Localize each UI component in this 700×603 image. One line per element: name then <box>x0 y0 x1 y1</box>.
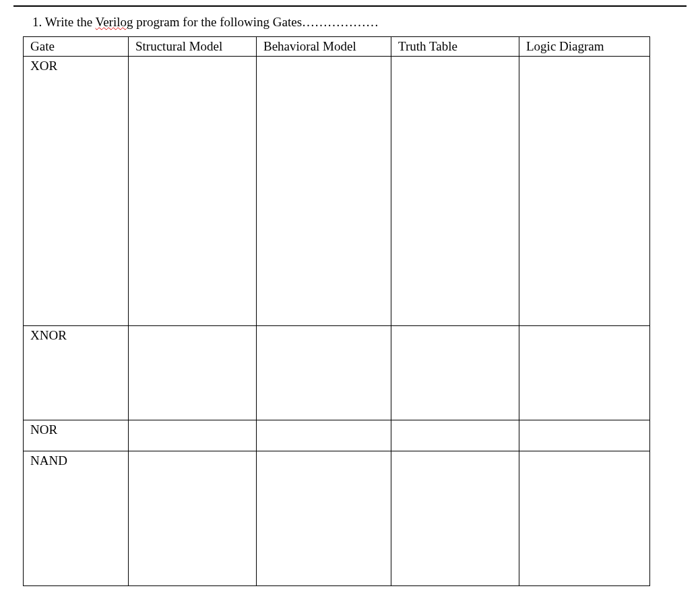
cell-diagram <box>519 451 650 586</box>
table-row: XNOR <box>24 326 650 420</box>
gates-table: Gate Structural Model Behavioral Model T… <box>23 36 650 586</box>
spellcheck-word: Verilog <box>96 15 133 29</box>
cell-gate: XNOR <box>24 326 129 420</box>
cell-truth <box>391 451 519 586</box>
cell-structural <box>129 420 257 451</box>
cell-behavioral <box>257 326 391 420</box>
prompt-text-before: Write the <box>42 15 95 29</box>
header-truth: Truth Table <box>391 37 519 57</box>
prompt-text-after: program for the following Gates……………… <box>133 15 379 29</box>
question-number: 1. <box>32 15 42 29</box>
cell-diagram <box>519 326 650 420</box>
cell-behavioral <box>257 57 391 326</box>
table-header-row: Gate Structural Model Behavioral Model T… <box>24 37 650 57</box>
cell-structural <box>129 451 257 586</box>
cell-gate: NAND <box>24 451 129 586</box>
cell-behavioral <box>257 451 391 586</box>
header-diagram: Logic Diagram <box>519 37 650 57</box>
cell-truth <box>391 420 519 451</box>
cell-behavioral <box>257 420 391 451</box>
cell-diagram <box>519 420 650 451</box>
header-gate: Gate <box>24 37 129 57</box>
header-behavioral: Behavioral Model <box>257 37 391 57</box>
table-row: NOR <box>24 420 650 451</box>
cell-diagram <box>519 57 650 326</box>
cell-gate: XOR <box>24 57 129 326</box>
page-content: 1. Write the Verilog program for the fol… <box>0 7 700 586</box>
cell-gate: NOR <box>24 420 129 451</box>
cell-truth <box>391 326 519 420</box>
cell-truth <box>391 57 519 326</box>
cell-structural <box>129 326 257 420</box>
cell-structural <box>129 57 257 326</box>
table-row: XOR <box>24 57 650 326</box>
question-prompt: 1. Write the Verilog program for the fol… <box>23 15 677 30</box>
header-structural: Structural Model <box>129 37 257 57</box>
table-row: NAND <box>24 451 650 586</box>
